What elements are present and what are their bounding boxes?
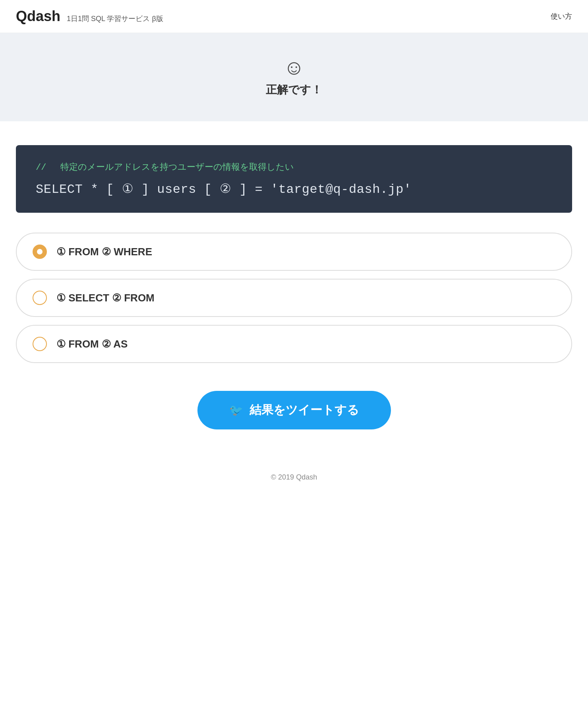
tweet-button[interactable]: 🐦 結果をツイートする <box>197 391 391 429</box>
option-label-1: ① FROM ② WHERE <box>56 246 152 258</box>
code-comment: // 特定のメールアドレスを持つユーザーの情報を取得したい <box>36 161 552 173</box>
site-subtitle: 1日1問 SQL 学習サービス β版 <box>67 14 163 23</box>
twitter-icon: 🐦 <box>229 404 243 417</box>
option-label-3: ① FROM ② AS <box>56 338 128 350</box>
radio-circle-1 <box>33 245 47 259</box>
tweet-button-container: 🐦 結果をツイートする <box>16 391 572 429</box>
radio-circle-2 <box>33 291 47 305</box>
header: Qdash 1日1問 SQL 学習サービス β版 使い方 <box>0 0 588 33</box>
site-logo: Qdash <box>16 8 60 25</box>
header-left: Qdash 1日1問 SQL 学習サービス β版 <box>16 8 163 25</box>
option-label-2: ① SELECT ② FROM <box>56 292 155 304</box>
main-content: // 特定のメールアドレスを持つユーザーの情報を取得したい SELECT * [… <box>0 145 588 429</box>
success-icon: ☺ <box>283 57 304 78</box>
tweet-button-label: 結果をツイートする <box>250 402 359 418</box>
code-block: // 特定のメールアドレスを持つユーザーの情報を取得したい SELECT * [… <box>16 145 572 213</box>
option-item-3[interactable]: ① FROM ② AS <box>16 325 572 363</box>
option-item-2[interactable]: ① SELECT ② FROM <box>16 279 572 317</box>
success-text: 正解です！ <box>266 82 322 97</box>
success-banner: ☺ 正解です！ <box>0 33 588 121</box>
radio-circle-3 <box>33 337 47 351</box>
options-container: ① FROM ② WHERE ① SELECT ② FROM ① FROM ② … <box>16 233 572 363</box>
footer-text: © 2019 Qdash <box>271 473 317 481</box>
option-item-1[interactable]: ① FROM ② WHERE <box>16 233 572 271</box>
code-sql: SELECT * [ ① ] users [ ② ] = 'target@q-d… <box>36 181 552 197</box>
nav-link-howto[interactable]: 使い方 <box>551 12 572 21</box>
footer: © 2019 Qdash <box>0 461 588 493</box>
